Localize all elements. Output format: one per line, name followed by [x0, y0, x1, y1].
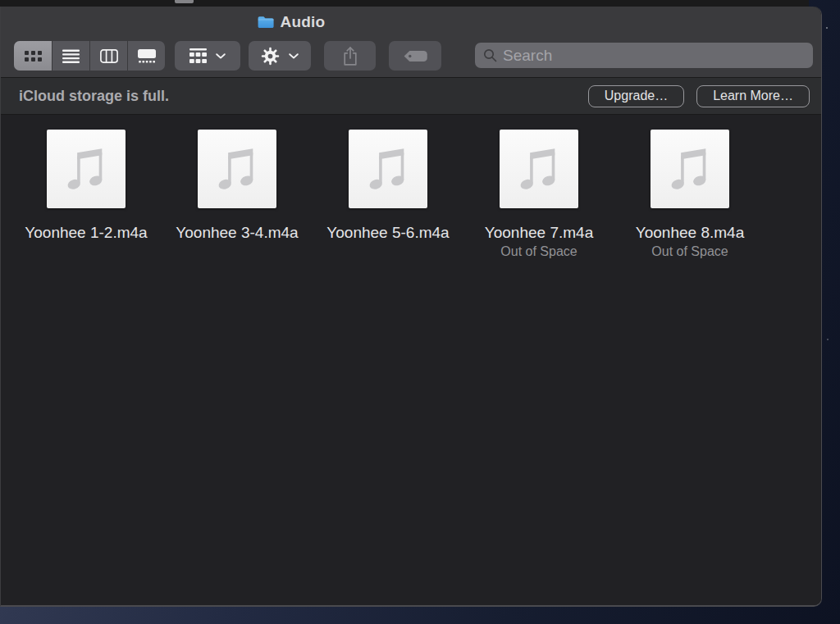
finder-window: Audio — [0, 7, 822, 607]
audio-file-icon[interactable] — [198, 130, 276, 208]
audio-file-icon[interactable] — [47, 130, 126, 208]
desktop: { "window": { "title": "Audio" }, "toolb… — [0, 0, 840, 624]
audio-file-icon[interactable] — [349, 130, 427, 208]
file-grid: Yoonhee 1-2.m4a Yoonhee 3-4.m4a — [1, 115, 821, 258]
window-title: Audio — [281, 13, 326, 31]
file-name: Yoonhee 1-2.m4a — [25, 225, 147, 241]
window-chrome: Audio — [1, 7, 821, 78]
search-input[interactable] — [503, 47, 805, 65]
list-view-icon — [62, 49, 80, 63]
list-view-button[interactable] — [52, 41, 89, 71]
file-name: Yoonhee 5-6.m4a — [326, 225, 449, 241]
file-name: Yoonhee 7.m4a — [485, 225, 593, 241]
banner-actions: Upgrade… Learn More… — [588, 85, 810, 107]
banner-message: iCloud storage is full. — [19, 88, 169, 105]
column-view-icon — [100, 49, 118, 63]
share-icon — [342, 46, 358, 66]
window-proxy-title: Audio — [258, 13, 326, 31]
desktop-star — [826, 27, 828, 29]
file-name: Yoonhee 8.m4a — [636, 225, 744, 241]
chevron-down-icon — [216, 53, 226, 59]
column-view-button[interactable] — [89, 41, 127, 71]
file-item[interactable]: Yoonhee 7.m4a Out of Space — [467, 130, 611, 258]
file-item[interactable]: Yoonhee 5-6.m4a — [316, 130, 460, 258]
file-name: Yoonhee 3-4.m4a — [176, 225, 298, 241]
group-by-icon — [189, 48, 207, 64]
folder-icon — [258, 16, 275, 29]
file-status: Out of Space — [500, 245, 577, 258]
icon-view-icon — [25, 49, 42, 63]
upgrade-button[interactable]: Upgrade… — [588, 85, 684, 107]
background-window-tab — [175, 0, 194, 3]
toolbar — [1, 38, 821, 77]
tag-icon — [403, 49, 428, 63]
file-item[interactable]: Yoonhee 1-2.m4a — [14, 130, 158, 258]
actions-button[interactable] — [249, 41, 311, 71]
file-browser-content[interactable]: Yoonhee 1-2.m4a Yoonhee 3-4.m4a — [1, 115, 821, 605]
share-button[interactable] — [324, 41, 376, 71]
learn-more-button[interactable]: Learn More… — [696, 85, 810, 107]
chevron-down-icon — [289, 53, 299, 59]
desktop-star — [827, 339, 829, 340]
background-window-edge — [0, 0, 809, 7]
titlebar[interactable]: Audio — [1, 7, 821, 38]
audio-file-icon[interactable] — [500, 130, 578, 208]
file-item[interactable]: Yoonhee 3-4.m4a — [165, 130, 309, 258]
file-item[interactable]: Yoonhee 8.m4a Out of Space — [618, 130, 762, 258]
search-icon — [483, 48, 497, 62]
gear-icon — [261, 47, 280, 66]
gallery-view-icon — [138, 49, 156, 63]
view-mode-control — [14, 41, 165, 71]
gallery-view-button[interactable] — [127, 41, 165, 71]
icloud-banner: iCloud storage is full. Upgrade… Learn M… — [1, 78, 821, 115]
tag-button[interactable] — [389, 41, 441, 71]
file-status: Out of Space — [651, 245, 728, 258]
group-by-button[interactable] — [175, 41, 240, 71]
search-field[interactable] — [475, 43, 813, 68]
audio-file-icon[interactable] — [651, 130, 729, 208]
icon-view-button[interactable] — [14, 41, 52, 71]
